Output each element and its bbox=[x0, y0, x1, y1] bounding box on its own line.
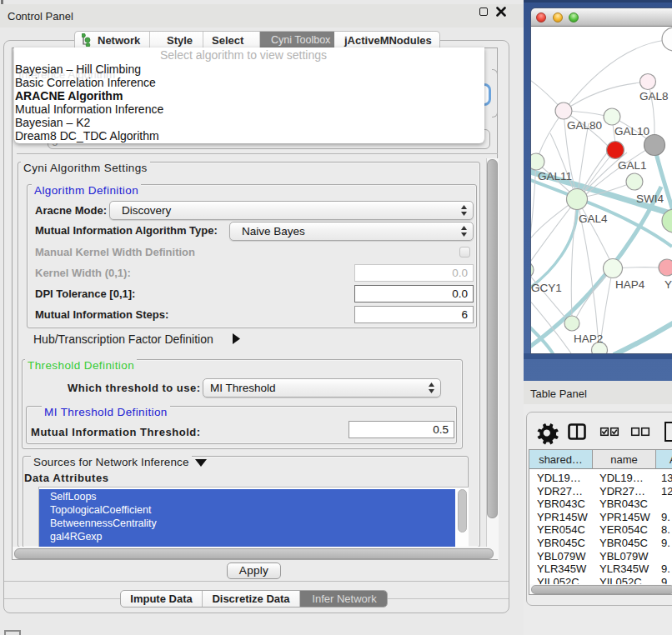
svg-text:GAL1: GAL1 bbox=[618, 159, 647, 172]
svg-text:SWI4: SWI4 bbox=[636, 192, 664, 205]
svg-text:Y: Y bbox=[664, 278, 672, 291]
svg-text:GCY1: GCY1 bbox=[531, 282, 562, 294]
svg-text:GAL10: GAL10 bbox=[614, 125, 649, 138]
svg-text:GAL4: GAL4 bbox=[579, 212, 608, 225]
svg-text:GAL8: GAL8 bbox=[639, 90, 669, 102]
svg-text:GAL11: GAL11 bbox=[538, 170, 572, 182]
svg-text:GAL80: GAL80 bbox=[567, 119, 602, 132]
svg-text:HAP2: HAP2 bbox=[574, 332, 603, 345]
svg-text:HAP4: HAP4 bbox=[615, 278, 645, 291]
